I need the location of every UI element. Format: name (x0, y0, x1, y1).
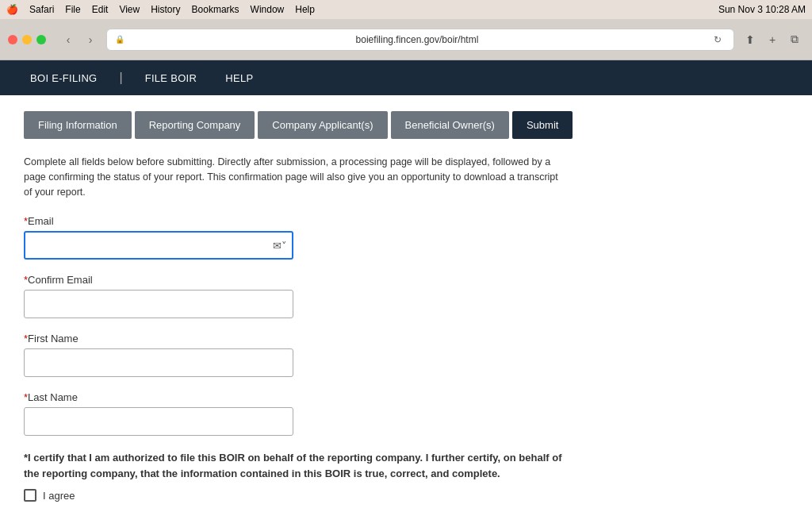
agree-row: I agree (24, 489, 788, 502)
address-bar[interactable]: 🔒 boiefiling.fincen.gov/boir/html ↻ (106, 29, 734, 51)
maximize-button[interactable] (36, 35, 46, 44)
menu-view[interactable]: View (119, 4, 140, 15)
forward-button[interactable]: › (81, 30, 100, 49)
tab-beneficial-owners[interactable]: Beneficial Owner(s) (391, 111, 509, 139)
browser-actions: ⬆ + ⧉ (741, 30, 804, 49)
page-description: Complete all fields below before submitt… (24, 155, 563, 199)
nav-buttons: ‹ › (59, 30, 100, 49)
lock-icon: 🔒 (115, 35, 124, 44)
certification-bold: *I certify that I am authorized to file … (24, 452, 561, 479)
last-name-input[interactable] (24, 407, 293, 436)
tabs-button[interactable]: ⧉ (785, 30, 804, 49)
browser-chrome: ‹ › 🔒 boiefiling.fincen.gov/boir/html ↻ … (0, 19, 812, 60)
url-text: boiefiling.fincen.gov/boir/html (129, 34, 705, 45)
app-name[interactable]: Safari (29, 4, 54, 15)
certification-text: *I certify that I am authorized to file … (24, 450, 563, 481)
first-name-input[interactable] (24, 348, 293, 377)
email-dropdown-icon[interactable]: ✉˅ (273, 240, 287, 252)
menu-window[interactable]: Window (251, 4, 285, 15)
email-wrapper: ✉˅ (24, 231, 293, 260)
site-nav: BOI E-FILING | FILE BOIR HELP (0, 60, 812, 95)
email-label: *Email (24, 215, 788, 227)
certification-group: *I certify that I am authorized to file … (24, 450, 788, 502)
email-input[interactable] (24, 231, 293, 260)
nav-divider: | (120, 71, 123, 85)
tab-filing-information[interactable]: Filing Information (24, 111, 132, 139)
menu-edit[interactable]: Edit (92, 4, 109, 15)
new-tab-button[interactable]: + (763, 30, 782, 49)
reload-button[interactable]: ↻ (710, 32, 726, 48)
nav-help[interactable]: HELP (219, 60, 259, 95)
share-button[interactable]: ⬆ (741, 30, 760, 49)
minimize-button[interactable] (22, 35, 32, 44)
last-name-group: *Last Name (24, 391, 788, 436)
page-content: Filing Information Reporting Company Com… (0, 95, 812, 508)
nav-boi-efiling[interactable]: BOI E-FILING (24, 60, 104, 95)
tab-submit[interactable]: Submit (512, 111, 573, 139)
confirm-email-label: *Confirm Email (24, 274, 788, 286)
menu-bookmarks[interactable]: Bookmarks (192, 4, 239, 15)
close-button[interactable] (8, 35, 17, 44)
apple-menu[interactable]: 🍎 (6, 4, 18, 15)
agree-checkbox[interactable] (24, 489, 36, 502)
nav-file-boir[interactable]: FILE BOIR (139, 60, 204, 95)
mac-menubar: 🍎 Safari File Edit View History Bookmark… (0, 0, 812, 19)
first-name-group: *First Name (24, 333, 788, 377)
agree-label: I agree (43, 490, 75, 502)
menubar-left: 🍎 Safari File Edit View History Bookmark… (6, 4, 315, 15)
menu-file[interactable]: File (65, 4, 80, 15)
browser-content: BOI E-FILING | FILE BOIR HELP Filing Inf… (0, 60, 812, 508)
tab-reporting-company[interactable]: Reporting Company (135, 111, 255, 139)
traffic-lights (8, 35, 46, 44)
confirm-email-input[interactable] (24, 290, 293, 318)
menu-help[interactable]: Help (295, 4, 315, 15)
tab-company-applicants[interactable]: Company Applicant(s) (258, 111, 387, 139)
last-name-label: *Last Name (24, 391, 788, 403)
menu-history[interactable]: History (151, 4, 180, 15)
first-name-label: *First Name (24, 333, 788, 344)
confirm-email-group: *Confirm Email (24, 274, 788, 318)
tab-row: Filing Information Reporting Company Com… (24, 111, 788, 139)
mac-time: Sun Nov 3 10:28 AM (718, 4, 806, 15)
email-group: *Email ✉˅ (24, 215, 788, 260)
back-button[interactable]: ‹ (59, 30, 78, 49)
